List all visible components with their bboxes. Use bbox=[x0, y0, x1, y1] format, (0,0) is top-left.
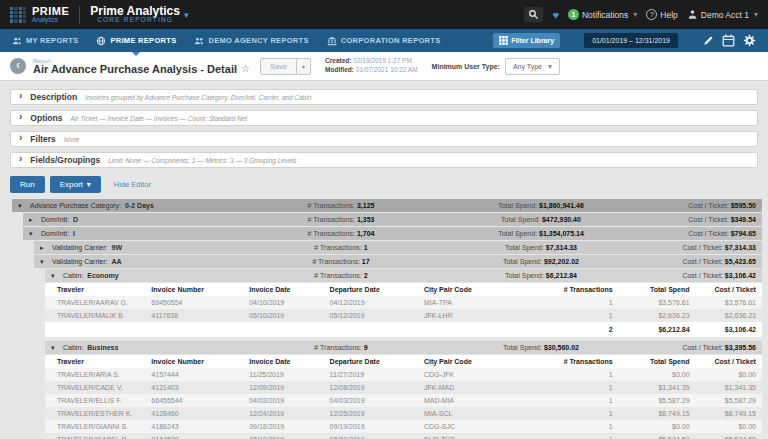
export-button[interactable]: Export ▾ bbox=[50, 176, 101, 193]
chevron-down-icon: ▾ bbox=[633, 10, 637, 19]
group-transactions: # Transactions: 9 bbox=[256, 344, 426, 351]
group-label: Dom/Intl: bbox=[41, 216, 69, 223]
tab-label: MY REPORTS bbox=[26, 36, 78, 45]
table-cell: $2,636.23 bbox=[690, 312, 756, 319]
help-menu[interactable]: ? Help bbox=[646, 9, 677, 20]
table-row[interactable]: TRAVELER/ARIA S.415744411/25/201911/27/2… bbox=[45, 368, 762, 381]
min-user-type-value: Any Type bbox=[513, 63, 542, 70]
table-cell: TRAVELER/MALIK B. bbox=[57, 312, 151, 319]
tab-corporation-reports[interactable]: CORPORATION REPORTS bbox=[327, 29, 441, 52]
save-dropdown-button[interactable]: ▾ bbox=[297, 58, 311, 75]
column-header[interactable]: Cost / Ticket bbox=[690, 358, 756, 365]
edit-pencil-icon[interactable] bbox=[703, 35, 714, 46]
table-cell: $3,576.61 bbox=[613, 299, 690, 306]
section-filters[interactable]: › Filters None bbox=[10, 131, 758, 147]
tab-prime-reports[interactable]: PRIME REPORTS bbox=[96, 29, 176, 52]
back-button[interactable]: ‹ bbox=[10, 58, 26, 74]
save-button[interactable]: Save bbox=[260, 58, 297, 75]
user-icon bbox=[687, 9, 698, 20]
chevron-right-icon: › bbox=[19, 133, 22, 143]
table-cell: 1 bbox=[543, 423, 613, 430]
section-options[interactable]: › Options Air Ticket — Invoice Date — In… bbox=[10, 110, 758, 126]
business-detail-table: Traveler Invoice Number Invoice Date Dep… bbox=[45, 355, 762, 439]
report-nav-bar: MY REPORTS PRIME REPORTS DEMO AGENCY REP… bbox=[0, 29, 768, 52]
column-header[interactable]: City Pair Code bbox=[424, 358, 543, 365]
chevron-down-icon: ▾ bbox=[184, 10, 189, 20]
prime-logo[interactable]: PRIME Analytics bbox=[10, 6, 69, 24]
column-header[interactable]: # Transactions bbox=[543, 358, 613, 365]
section-title: Description bbox=[30, 92, 77, 102]
column-header[interactable]: Departure Date bbox=[330, 286, 424, 293]
group-row-cabin-business[interactable]: ▾ Cabin:Business # Transactions: 9 Total… bbox=[45, 341, 762, 354]
table-cell: MIA-TPA bbox=[424, 299, 543, 306]
table-cell: CDG-JFK bbox=[424, 371, 543, 378]
table-cell: 09/18/2019 bbox=[249, 423, 329, 430]
column-header[interactable]: Cost / Ticket bbox=[690, 286, 756, 293]
export-label: Export bbox=[60, 180, 83, 189]
favorite-star-icon[interactable]: ☆ bbox=[241, 64, 250, 74]
run-button[interactable]: Run bbox=[10, 176, 45, 193]
table-row[interactable]: TRAVELER/ESTHER K.412846012/24/201912/25… bbox=[45, 407, 762, 420]
group-row-dom-intl-i[interactable]: ▾ Dom/Intl:I # Transactions: 1,704 Total… bbox=[23, 227, 762, 240]
column-header[interactable]: # Transactions bbox=[543, 286, 613, 293]
divider bbox=[79, 6, 80, 24]
column-header[interactable]: Departure Date bbox=[330, 358, 424, 365]
table-row[interactable]: TRAVELER/ISABEL R.316452908/19/201908/20… bbox=[45, 433, 762, 439]
table-body: TRAVELER/ARIA S.415744411/25/201911/27/2… bbox=[45, 368, 762, 439]
collapse-toggle-icon[interactable]: ▾ bbox=[40, 258, 48, 266]
section-description[interactable]: › Description Invoices grouped by Advanc… bbox=[10, 89, 758, 105]
tab-label: DEMO AGENCY REPORTS bbox=[208, 36, 308, 45]
group-row-dom-intl-d[interactable]: ▸ Dom/Intl:D # Transactions: 1,353 Total… bbox=[23, 213, 762, 226]
group-row-advance-purchase-category[interactable]: ▾ Advance Purchase Category:0-2 Days # T… bbox=[12, 199, 762, 212]
group-cost-ticket: Cost / Ticket: $5,423.65 bbox=[656, 258, 756, 265]
section-fields-groupings[interactable]: › Fields/Groupings Limit: None — Compone… bbox=[10, 152, 758, 168]
column-header[interactable]: Total Spend bbox=[613, 286, 690, 293]
column-header[interactable]: Invoice Number bbox=[151, 286, 249, 293]
filter-library-button[interactable]: Filter Library bbox=[493, 33, 560, 48]
calendar-icon[interactable] bbox=[722, 34, 735, 47]
notifications-menu[interactable]: 1 Notifications ▾ bbox=[568, 9, 637, 20]
collapse-toggle-icon[interactable]: ▸ bbox=[29, 216, 37, 224]
column-header[interactable]: Invoice Number bbox=[151, 358, 249, 365]
collapse-toggle-icon[interactable]: ▾ bbox=[18, 202, 26, 210]
column-header[interactable]: Traveler bbox=[57, 286, 151, 293]
tab-demo-agency-reports[interactable]: DEMO AGENCY REPORTS bbox=[194, 29, 308, 52]
gear-icon[interactable] bbox=[743, 34, 756, 47]
account-menu[interactable]: Demo Acct 1 ▾ bbox=[687, 9, 758, 20]
table-row[interactable]: TRAVELER/CADE V.412140312/09/201912/08/2… bbox=[45, 381, 762, 394]
app-window: PRIME Analytics Prime Analytics CORE REP… bbox=[0, 0, 768, 439]
collapse-toggle-icon[interactable]: ▾ bbox=[29, 230, 37, 238]
min-user-type-dropdown[interactable]: Any Type ▾ bbox=[505, 58, 560, 75]
column-header[interactable]: Invoice Date bbox=[249, 286, 329, 293]
group-row-carrier-9w[interactable]: ▸ Validating Carrier:9W # Transactions: … bbox=[34, 241, 762, 254]
hide-editor-link[interactable]: Hide Editor bbox=[114, 180, 151, 189]
search-button[interactable] bbox=[524, 7, 543, 22]
column-header[interactable]: City Pair Code bbox=[424, 286, 543, 293]
section-summary: None bbox=[64, 136, 80, 143]
group-value: D bbox=[73, 216, 78, 223]
table-cell: $3,576.61 bbox=[690, 299, 756, 306]
column-header[interactable]: Invoice Date bbox=[249, 358, 329, 365]
table-row[interactable]: TRAVELER/ELLIS F.6645554404/03/201904/03… bbox=[45, 394, 762, 407]
column-header[interactable]: Total Spend bbox=[613, 358, 690, 365]
table-row[interactable]: TRAVELER/GIANNI S.418624309/18/201909/19… bbox=[45, 420, 762, 433]
group-value: 0-2 Days bbox=[125, 202, 154, 209]
collapse-toggle-icon[interactable]: ▸ bbox=[40, 244, 48, 252]
collapse-toggle-icon[interactable]: ▾ bbox=[51, 344, 59, 352]
table-row[interactable]: TRAVELER/AARAV G.6945055404/10/201904/12… bbox=[45, 296, 762, 309]
table-row[interactable]: TRAVELER/MALIK B.411763805/10/201905/12/… bbox=[45, 309, 762, 322]
group-total-spend: Total Spend: $30,560.02 bbox=[426, 344, 656, 351]
totals-cost-ticket: $3,106.42 bbox=[690, 326, 756, 333]
group-row-carrier-aa[interactable]: ▾ Validating Carrier:AA # Transactions: … bbox=[34, 255, 762, 268]
tab-my-reports[interactable]: MY REPORTS bbox=[12, 29, 78, 52]
app-title-switcher[interactable]: Prime Analytics CORE REPORTING ▾ bbox=[90, 5, 188, 24]
section-title: Fields/Groupings bbox=[30, 155, 100, 165]
group-row-cabin-economy[interactable]: ▾ Cabin:Economy # Transactions: 2 Total … bbox=[45, 269, 762, 282]
heart-icon[interactable]: ♥ bbox=[552, 9, 559, 21]
column-header[interactable]: Traveler bbox=[57, 358, 151, 365]
collapse-toggle-icon[interactable]: ▾ bbox=[51, 272, 59, 280]
group-cost-ticket: Cost / Ticket: $7,314.33 bbox=[656, 244, 756, 251]
date-range-display[interactable]: 01/01/2019 – 12/31/2019 bbox=[584, 33, 678, 48]
prime-logo-grid-icon bbox=[10, 7, 26, 23]
group-total-spend: Total Spend: $472,930.40 bbox=[426, 216, 656, 223]
